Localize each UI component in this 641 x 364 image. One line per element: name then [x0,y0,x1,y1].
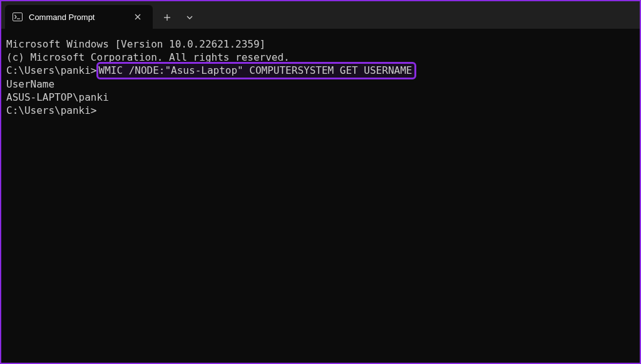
tabbar-actions [153,1,200,29]
terminal-line: C:\Users\panki>WMIC /NODE:"Asus-Laptop" … [6,64,635,78]
terminal-line: Microsoft Windows [Version 10.0.22621.23… [6,38,635,51]
close-tab-button[interactable] [131,11,144,23]
chevron-down-icon [186,14,193,21]
terminal-line: UserName [6,78,635,91]
svg-rect-0 [13,13,23,21]
new-tab-button[interactable] [156,8,178,27]
terminal-body[interactable]: Microsoft Windows [Version 10.0.22621.23… [1,29,640,363]
titlebar: Command Prompt [1,1,640,29]
highlighted-command: WMIC /NODE:"Asus-Laptop" COMPUTERSYSTEM … [96,62,417,79]
close-icon [135,14,141,20]
terminal-line: C:\Users\panki> [6,104,635,117]
terminal-window: Command Prompt Microsoft Win [0,0,641,364]
prompt-text: C:\Users\panki> [6,64,97,76]
tab-dropdown-button[interactable] [179,8,200,27]
cmd-icon [13,12,23,22]
tab-command-prompt[interactable]: Command Prompt [5,5,153,29]
plus-icon [163,14,171,21]
terminal-line: ASUS-LAPTOP\panki [6,91,635,104]
tab-title: Command Prompt [29,13,95,22]
